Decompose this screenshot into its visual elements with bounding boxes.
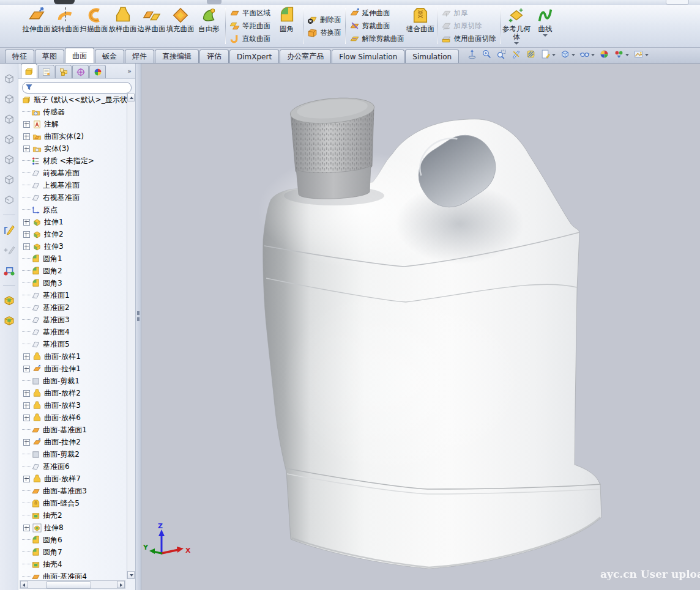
graphics-viewport[interactable]: Z X Y ayc.cn User upload — [141, 64, 700, 590]
tree-item[interactable]: 上视基准面 — [18, 179, 127, 191]
expand-plus-icon[interactable] — [23, 439, 30, 446]
fillet-button[interactable]: 圆角 — [272, 6, 301, 46]
reference-geometry-button[interactable]: 参考几何体 — [502, 6, 531, 46]
splitter-grip[interactable] — [137, 311, 140, 321]
part-tool-1-button[interactable] — [2, 293, 16, 307]
camera-options-button[interactable] — [632, 48, 650, 62]
expand-plus-icon[interactable] — [23, 219, 30, 226]
revolved-surface-button[interactable]: 旋转曲面 — [51, 6, 80, 46]
dropdown-caret-icon[interactable] — [572, 54, 575, 56]
knit-surface-button[interactable]: 缝合曲面 — [406, 6, 435, 46]
tree-horizontal-scrollbar[interactable] — [20, 580, 125, 589]
tree-vertical-scrollbar[interactable] — [127, 94, 135, 579]
section-view-button[interactable] — [524, 48, 537, 62]
trim-surface-button[interactable]: 剪裁曲面 — [349, 20, 404, 32]
tree-item[interactable]: 曲面-放样3 — [18, 399, 127, 411]
featuremanager-filter-input[interactable] — [22, 82, 132, 94]
tree-item[interactable]: 曲面-缝合5 — [18, 497, 127, 509]
configurationmanager-tab[interactable] — [55, 65, 72, 78]
scroll-right-button[interactable] — [117, 581, 125, 588]
tree-item[interactable]: 曲面-基准面3 — [18, 485, 127, 497]
tree-item[interactable]: 基准面1 — [18, 289, 127, 301]
expand-plus-icon[interactable] — [23, 243, 30, 250]
tab-direct-editing[interactable]: 直接编辑 — [155, 50, 199, 63]
dropdown-caret-icon[interactable] — [552, 54, 556, 56]
tab-evaluate[interactable]: 评估 — [199, 50, 229, 63]
displaymanager-tab[interactable] — [89, 65, 106, 78]
tree-item[interactable]: 传感器 — [18, 106, 127, 118]
tree-item[interactable]: 实体(3) — [18, 142, 127, 155]
tree-root-item[interactable]: 瓶子 (默认<<默认>_显示状 — [18, 94, 127, 106]
tree-item[interactable]: 曲面-放样1 — [18, 350, 127, 363]
replace-face-button[interactable]: 替换面 — [307, 26, 341, 39]
dropdown-caret-icon[interactable] — [591, 54, 595, 56]
freeform-button[interactable]: 自由形 — [195, 6, 223, 46]
display-style-button[interactable] — [578, 48, 596, 62]
view-settings-button[interactable] — [612, 48, 630, 62]
panel-more-chevron[interactable]: » — [127, 67, 132, 75]
tree-item[interactable]: 曲面-基准面4 — [18, 570, 127, 579]
tree-item[interactable]: 曲面-放样7 — [18, 473, 127, 485]
bottle-cap[interactable] — [289, 95, 376, 199]
offset-surface-button[interactable]: 等距曲面 — [229, 20, 270, 32]
propertymanager-tab[interactable] — [38, 65, 54, 78]
tab-features[interactable]: 特征 — [5, 50, 34, 63]
featuremanager-tree-tab[interactable] — [21, 64, 37, 78]
zoom-to-fit-button[interactable] — [466, 48, 478, 62]
curves-button[interactable]: 曲线 — [531, 6, 560, 46]
tree-item[interactable]: 材质 <未指定> — [18, 155, 127, 167]
expand-plus-icon[interactable] — [23, 476, 30, 482]
std-view-6-button[interactable] — [2, 173, 16, 186]
tab-flow-simulation[interactable]: Flow Simulation — [332, 50, 404, 63]
tree-item[interactable]: 曲面-拉伸1 — [18, 363, 127, 375]
tree-item[interactable]: 曲面-放样6 — [18, 411, 127, 424]
dropdown-caret-icon[interactable] — [625, 54, 629, 56]
mate-reference-button[interactable] — [2, 264, 16, 277]
boundary-surface-button[interactable]: 边界曲面 — [137, 6, 166, 46]
std-view-4-button[interactable] — [2, 133, 16, 146]
tab-dimxpert[interactable]: DimXpert — [229, 50, 279, 63]
expand-plus-icon[interactable] — [23, 415, 30, 421]
tree-item[interactable]: 抽壳2 — [18, 509, 127, 522]
expand-plus-icon[interactable] — [23, 366, 30, 372]
tab-simulation[interactable]: Simulation — [405, 50, 459, 63]
tree-item[interactable]: 曲面-剪裁1 — [18, 375, 127, 387]
tree-item[interactable]: 拉伸2 — [18, 228, 127, 240]
lofted-surface-button[interactable]: 放样曲面 — [108, 6, 137, 46]
std-view-7-button[interactable] — [2, 193, 16, 207]
zoom-to-area-button[interactable] — [495, 48, 508, 62]
tree-item[interactable]: 圆角3 — [18, 277, 127, 289]
extruded-surface-button[interactable]: 拉伸曲面 — [22, 6, 51, 46]
scrollbar-thumb[interactable] — [46, 581, 91, 589]
tree-item[interactable]: 抽壳4 — [18, 558, 127, 570]
section-tools-button[interactable] — [510, 48, 523, 62]
tree-item[interactable]: 曲面-放样2 — [18, 387, 127, 399]
sketch-edit-button[interactable] — [2, 243, 16, 257]
tree-item[interactable]: 圆角6 — [18, 534, 127, 546]
tree-item[interactable]: 拉伸1 — [18, 216, 127, 228]
std-view-1-button[interactable] — [2, 72, 16, 86]
tab-sketch[interactable]: 草图 — [35, 50, 64, 63]
tree-item[interactable]: 基准面5 — [18, 338, 127, 350]
part-tool-2-button[interactable] — [2, 314, 16, 327]
cut-with-surface-button[interactable]: 使用曲面切除 — [441, 32, 496, 45]
tree-item[interactable]: 原点 — [18, 204, 127, 216]
apply-scene-button[interactable] — [598, 48, 611, 62]
tree-item[interactable]: 注解 — [18, 118, 127, 130]
tree-item[interactable]: 圆角1 — [18, 253, 127, 265]
std-view-3-button[interactable] — [2, 112, 16, 126]
expand-plus-icon[interactable] — [23, 525, 30, 531]
tree-item[interactable]: 右视基准面 — [18, 191, 127, 204]
tree-item[interactable]: 基准面3 — [18, 314, 127, 326]
expand-plus-icon[interactable] — [23, 390, 30, 397]
tree-item[interactable]: 曲面实体(2) — [18, 130, 127, 142]
delete-face-button[interactable]: 删除面 — [307, 13, 341, 26]
swept-surface-button[interactable]: 扫描曲面 — [80, 6, 108, 46]
expand-plus-icon[interactable] — [23, 133, 30, 140]
tree-item[interactable]: 基准面6 — [18, 460, 127, 473]
expand-plus-icon[interactable] — [23, 121, 30, 128]
expand-plus-icon[interactable] — [23, 231, 30, 238]
expand-plus-icon[interactable] — [23, 353, 30, 360]
scroll-up-button[interactable] — [127, 94, 135, 101]
tree-item[interactable]: 拉伸8 — [18, 522, 127, 534]
